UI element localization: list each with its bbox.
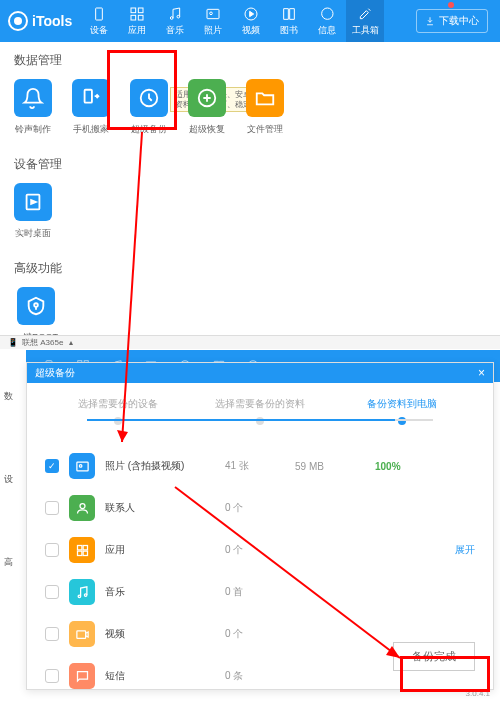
svg-point-5 <box>171 16 174 19</box>
dialog-header: 超级备份 × <box>27 363 493 383</box>
svg-rect-7 <box>207 9 219 18</box>
nav-photos[interactable]: 照片 <box>194 0 232 42</box>
list-item-contacts[interactable]: 联系人 0 个 <box>41 487 479 529</box>
dialog-title: 超级备份 <box>35 366 75 380</box>
expand-link[interactable]: 展开 <box>455 543 475 557</box>
nav-books[interactable]: 图书 <box>270 0 308 42</box>
photo-icon <box>69 453 95 479</box>
section-title: 高级功能 <box>14 260 486 277</box>
svg-point-32 <box>78 595 81 598</box>
top-header: iTools 设备 应用 音乐 照片 视频 图书 信息 工具箱 下载中心 <box>0 0 500 42</box>
checkbox-icon[interactable] <box>45 543 59 557</box>
tile-file-mgmt[interactable]: 文件管理 <box>246 79 284 136</box>
video-icon <box>69 621 95 647</box>
stepper: 选择需要份的设备 选择需要备份的资料 备份资料到电脑 <box>27 383 493 435</box>
notification-badge <box>448 2 454 8</box>
nav-music[interactable]: 音乐 <box>156 0 194 42</box>
list-item-music[interactable]: 音乐 0 首 <box>41 571 479 613</box>
sms-icon <box>69 663 95 689</box>
backup-done-button[interactable]: 备份完成 <box>393 642 475 671</box>
version-label: 3.0.4.1 <box>466 689 490 698</box>
top-nav: 设备 应用 音乐 照片 视频 图书 信息 工具箱 <box>80 0 416 42</box>
tile-realtime-desktop[interactable]: 实时桌面 <box>14 183 52 240</box>
tile-super-backup[interactable]: 超级备份 适用平台: 苹果、安卓资料备份: 全面、稳定、精准 <box>130 79 168 136</box>
checkbox-icon[interactable] <box>45 669 59 683</box>
contacts-icon <box>69 495 95 521</box>
svg-rect-29 <box>83 545 87 549</box>
svg-rect-10 <box>85 90 92 103</box>
svg-rect-34 <box>76 630 85 638</box>
checkbox-icon[interactable] <box>45 501 59 515</box>
section-device-mgmt: 设备管理 实时桌面 <box>0 146 500 250</box>
logo-icon <box>8 11 28 31</box>
svg-point-8 <box>210 12 213 15</box>
apps-icon <box>69 537 95 563</box>
logo: iTools <box>0 11 80 31</box>
nav-info[interactable]: 信息 <box>308 0 346 42</box>
section-data-mgmt: 数据管理 铃声制作 手机搬家 超级备份 适用平台: 苹果、安卓资料备份: 全面、… <box>0 42 500 146</box>
svg-rect-1 <box>131 8 136 13</box>
section-title: 设备管理 <box>14 156 486 173</box>
svg-point-33 <box>84 593 87 596</box>
svg-rect-4 <box>139 15 144 20</box>
svg-point-26 <box>79 464 82 467</box>
backup-dialog: 超级备份 × 选择需要份的设备 选择需要备份的资料 备份资料到电脑 ✓ 照片 (… <box>26 362 494 690</box>
nav-toolbox[interactable]: 工具箱 <box>346 0 384 42</box>
checkbox-icon[interactable] <box>45 627 59 641</box>
close-icon[interactable]: × <box>478 366 485 380</box>
nav-device[interactable]: 设备 <box>80 0 118 42</box>
music-icon <box>69 579 95 605</box>
svg-rect-25 <box>76 462 87 471</box>
svg-rect-28 <box>77 545 81 549</box>
svg-rect-0 <box>96 8 103 20</box>
svg-point-27 <box>80 503 85 508</box>
section-title: 数据管理 <box>14 52 486 69</box>
download-center-button[interactable]: 下载中心 <box>416 9 488 33</box>
svg-rect-30 <box>77 551 81 555</box>
tile-super-restore[interactable]: 超级恢复 <box>188 79 226 136</box>
app-name: iTools <box>32 13 72 29</box>
svg-rect-3 <box>131 15 136 20</box>
side-cut-labels: 数 设 高 <box>0 350 26 690</box>
list-item-photos[interactable]: ✓ 照片 (含拍摄视频) 41 张 59 MB 100% <box>41 445 479 487</box>
svg-point-6 <box>177 15 180 18</box>
svg-rect-2 <box>139 8 144 13</box>
svg-rect-31 <box>83 551 87 555</box>
tile-migrate[interactable]: 手机搬家 <box>72 79 110 136</box>
nav-video[interactable]: 视频 <box>232 0 270 42</box>
list-item-apps[interactable]: 应用 0 个 展开 <box>41 529 479 571</box>
tile-ringtone[interactable]: 铃声制作 <box>14 79 52 136</box>
checkbox-icon[interactable] <box>45 585 59 599</box>
checkbox-icon[interactable]: ✓ <box>45 459 59 473</box>
nav-apps[interactable]: 应用 <box>118 0 156 42</box>
svg-point-14 <box>34 303 38 307</box>
device-bar[interactable]: 📱 联想 A365e ▴ <box>0 335 500 349</box>
